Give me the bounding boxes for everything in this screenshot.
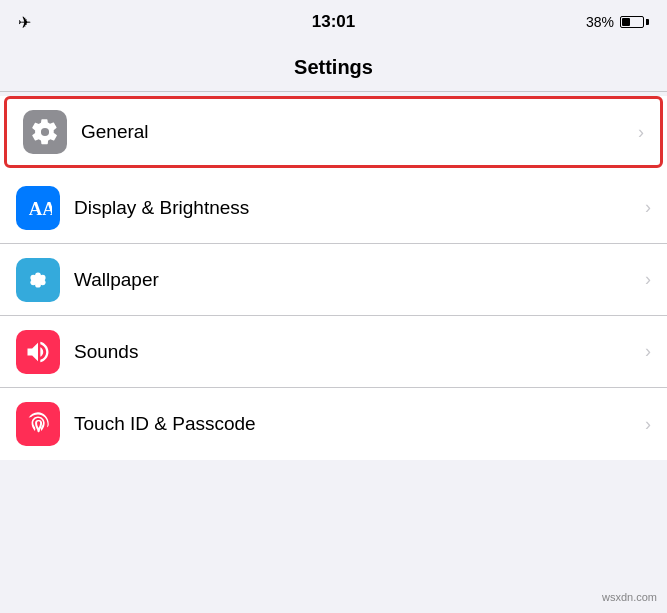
display-label: Display & Brightness xyxy=(74,197,645,219)
display-chevron: › xyxy=(645,197,651,218)
touchid-icon xyxy=(16,402,60,446)
settings-list: General › AA Display & Brightness › xyxy=(0,96,667,460)
page-title: Settings xyxy=(294,56,373,79)
status-time: 13:01 xyxy=(312,12,355,32)
status-bar: ✈ 13:01 38% xyxy=(0,0,667,44)
settings-item-sounds[interactable]: Sounds › xyxy=(0,316,667,388)
sounds-icon xyxy=(16,330,60,374)
settings-item-general[interactable]: General › xyxy=(4,96,663,168)
settings-item-touchid[interactable]: Touch ID & Passcode › xyxy=(0,388,667,460)
general-icon xyxy=(23,110,67,154)
touchid-chevron: › xyxy=(645,414,651,435)
watermark: wsxdn.com xyxy=(602,591,657,603)
battery-fill xyxy=(622,18,630,26)
display-icon: AA xyxy=(16,186,60,230)
battery-tip xyxy=(646,19,649,25)
wallpaper-label: Wallpaper xyxy=(74,269,645,291)
wallpaper-icon xyxy=(16,258,60,302)
settings-item-display[interactable]: AA Display & Brightness › xyxy=(0,172,667,244)
sounds-chevron: › xyxy=(645,341,651,362)
general-label: General xyxy=(81,121,638,143)
sounds-label: Sounds xyxy=(74,341,645,363)
status-bar-left: ✈ xyxy=(18,13,31,32)
status-bar-right: 38% xyxy=(586,14,649,30)
touchid-label: Touch ID & Passcode xyxy=(74,413,645,435)
battery-body xyxy=(620,16,644,28)
general-chevron: › xyxy=(638,122,644,143)
airplane-icon: ✈ xyxy=(18,13,31,32)
battery-icon xyxy=(620,16,649,28)
battery-percentage: 38% xyxy=(586,14,614,30)
wallpaper-chevron: › xyxy=(645,269,651,290)
svg-text:AA: AA xyxy=(29,198,52,219)
settings-item-wallpaper[interactable]: Wallpaper › xyxy=(0,244,667,316)
svg-point-7 xyxy=(35,276,42,283)
nav-bar: Settings xyxy=(0,44,667,92)
